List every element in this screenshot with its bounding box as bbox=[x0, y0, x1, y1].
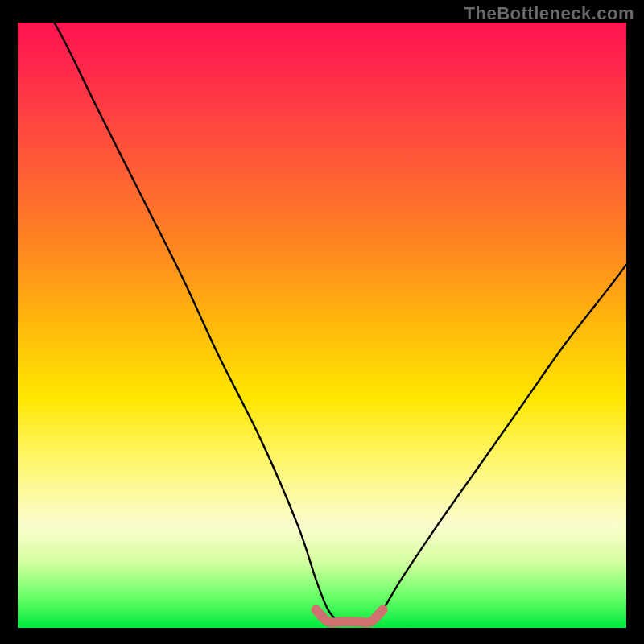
chart-stage: TheBottleneck.com bbox=[0, 0, 644, 644]
watermark-text: TheBottleneck.com bbox=[464, 3, 634, 24]
plot-frame bbox=[18, 23, 626, 628]
bottleneck-curve-path bbox=[18, 23, 626, 623]
chart-svg bbox=[18, 23, 626, 628]
optimal-band-path bbox=[316, 609, 382, 622]
